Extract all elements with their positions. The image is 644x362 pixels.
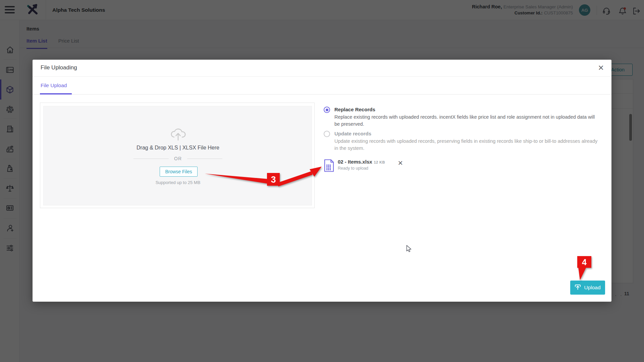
dropzone-heading: Drag & Drop XLS | XLSX File Here (44, 145, 312, 151)
close-icon[interactable]: ✕ (598, 63, 604, 73)
active-tab-indicator (40, 93, 72, 95)
file-name: 02 - Items.xlsx (338, 159, 372, 165)
browse-files-button[interactable]: Browse Files (160, 167, 198, 177)
replace-records-label: Replace Records (334, 106, 600, 113)
replace-records-description: Replace existing records with uploaded r… (334, 114, 600, 128)
upload-label: Upload (584, 285, 600, 291)
update-records-description: Update existing records with uploaded re… (334, 138, 600, 152)
dropzone-hint: Supported up to 25 MB (44, 180, 312, 185)
file-status: Ready to upload (338, 166, 385, 171)
remove-file-icon[interactable]: ✕ (398, 159, 403, 174)
tab-file-upload[interactable]: File Upload (41, 82, 67, 88)
spreadsheet-file-icon (324, 159, 334, 174)
update-records-radio[interactable] (324, 131, 330, 137)
update-records-label: Update records (334, 130, 600, 137)
option-replace-records: Replace Records Replace existing records… (324, 106, 600, 128)
file-size: 12 KB (374, 160, 385, 164)
replace-records-radio[interactable] (324, 107, 330, 113)
upload-button[interactable]: Upload (570, 281, 605, 295)
modal-title-divider (33, 76, 611, 77)
option-update-records: Update records Update existing records w… (324, 130, 600, 152)
upload-icon (575, 284, 581, 291)
modal-title: File Uploading (41, 64, 77, 71)
or-label: OR (174, 156, 182, 161)
dropzone-container: Drag & Drop XLS | XLSX File Here OR Brow… (40, 103, 315, 208)
modal-tab-divider (33, 94, 611, 95)
cloud-upload-icon (170, 126, 186, 143)
dropzone[interactable]: Drag & Drop XLS | XLSX File Here OR Brow… (43, 106, 312, 205)
uploaded-file-row: 02 - Items.xlsx12 KB Ready to upload ✕ (324, 159, 403, 174)
or-separator: OR (44, 156, 312, 161)
file-uploading-modal: File Uploading ✕ File Upload Drag & Drop… (33, 60, 611, 302)
